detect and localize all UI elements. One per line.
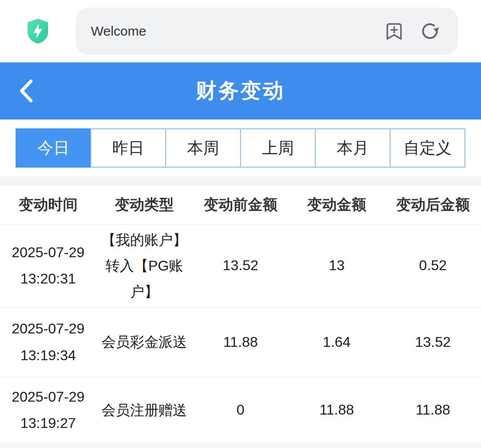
cell-date: 2025-07-29 <box>12 384 85 410</box>
cell-change-time: 2025-07-29 13:19:27 <box>0 378 96 443</box>
tab-today[interactable]: 今日 <box>16 128 91 168</box>
tab-this-week[interactable]: 本周 <box>165 128 241 168</box>
back-button[interactable] <box>19 62 45 119</box>
cell-change-time: 2025-07-29 13:19:34 <box>0 308 96 377</box>
tab-last-week[interactable]: 上周 <box>240 128 316 168</box>
cell-amount-change: 13 <box>289 225 385 307</box>
url-text: Welcome <box>91 24 384 39</box>
header-gap <box>0 119 481 128</box>
bookmark-add-icon[interactable] <box>384 21 404 41</box>
tab-gap <box>0 168 481 177</box>
bottom-divider <box>0 443 481 448</box>
cell-date: 2025-07-29 <box>12 316 85 342</box>
cell-amount-after: 13.52 <box>385 308 481 377</box>
page-title: 财务变动 <box>196 77 285 105</box>
cell-amount-change: 11.88 <box>289 378 385 443</box>
cell-amount-before: 11.88 <box>192 308 289 377</box>
back-chevron-icon <box>19 79 34 103</box>
cell-change-type: 【我的账户】转入【PG账户】 <box>96 225 192 307</box>
table-row: 2025-07-29 13:20:31 【我的账户】转入【PG账户】 13.52… <box>0 224 481 307</box>
table-row: 2025-07-29 13:19:27 会员注册赠送 0 11.88 11.88 <box>0 377 481 443</box>
section-divider <box>0 177 481 185</box>
table-header-row: 变动时间 变动类型 变动前金额 变动金额 变动后金额 <box>0 185 481 224</box>
col-header-change-time: 变动时间 <box>0 195 96 215</box>
transactions-table: 变动时间 变动类型 变动前金额 变动金额 变动后金额 2025-07-29 13… <box>0 185 481 443</box>
refresh-icon[interactable] <box>420 21 440 41</box>
cell-change-type: 会员彩金派送 <box>96 308 192 377</box>
cell-change-time: 2025-07-29 13:20:31 <box>0 225 96 307</box>
tab-this-month[interactable]: 本月 <box>315 128 391 168</box>
col-header-change-type: 变动类型 <box>96 195 192 215</box>
tab-custom[interactable]: 自定义 <box>390 128 465 168</box>
cell-amount-after: 11.88 <box>385 378 481 443</box>
url-bar-actions <box>384 21 440 41</box>
cell-change-type: 会员注册赠送 <box>96 378 192 443</box>
col-header-amount-after: 变动后金额 <box>385 195 481 215</box>
cell-amount-before: 0 <box>192 378 289 443</box>
cell-date: 2025-07-29 <box>12 239 85 266</box>
cell-time: 13:19:27 <box>20 410 76 436</box>
cell-time: 13:20:31 <box>20 266 76 292</box>
cell-time: 13:19:34 <box>20 342 76 369</box>
table-row: 2025-07-29 13:19:34 会员彩金派送 11.88 1.64 13… <box>0 307 481 377</box>
browser-top-bar: Welcome <box>0 0 481 62</box>
page-header: 财务变动 <box>0 62 481 119</box>
shield-lightning-icon <box>26 18 50 45</box>
col-header-amount-before: 变动前金额 <box>192 195 289 215</box>
tab-yesterday[interactable]: 昨日 <box>90 128 166 168</box>
url-bar[interactable]: Welcome <box>76 8 458 55</box>
cell-amount-after: 0.52 <box>385 225 481 307</box>
date-filter-tabs: 今日 昨日 本周 上周 本月 自定义 <box>16 128 465 168</box>
cell-amount-change: 1.64 <box>289 308 385 377</box>
col-header-amount-change: 变动金额 <box>289 195 385 215</box>
cell-amount-before: 13.52 <box>192 225 289 307</box>
